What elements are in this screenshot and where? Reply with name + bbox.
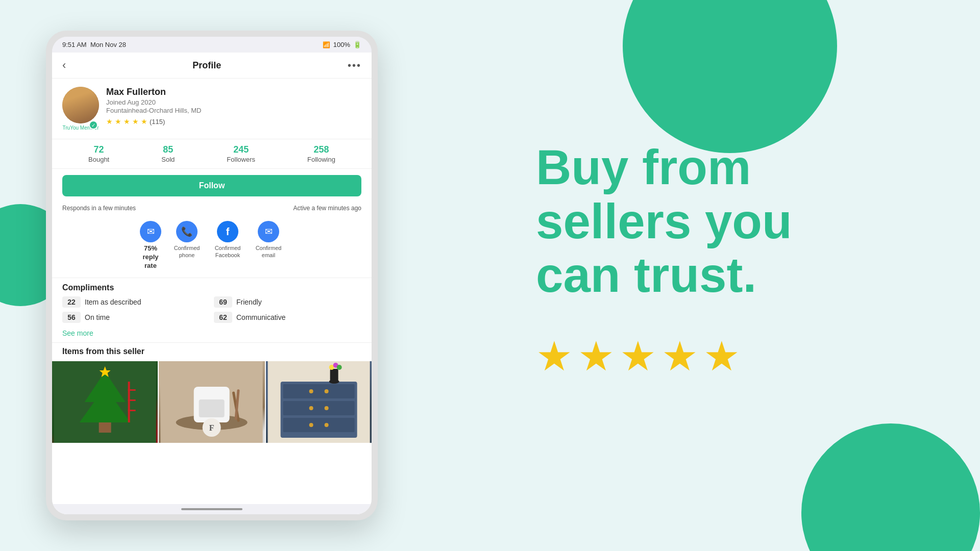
rating-star-4: ★	[132, 117, 139, 126]
back-button[interactable]: ‹	[62, 59, 66, 72]
items-grid: F	[52, 361, 372, 504]
stat-followers-label: Followers	[227, 156, 255, 163]
compliment-label-friendly: Friendly	[236, 298, 262, 306]
svg-point-26	[309, 423, 313, 427]
more-button[interactable]: •••	[348, 60, 361, 71]
avatar	[62, 87, 99, 123]
see-more-link[interactable]: See more	[52, 327, 372, 342]
profile-title: Profile	[192, 60, 221, 71]
stat-bought-label: Bought	[88, 156, 109, 163]
compliments-grid: 22 Item as described 69 Friendly 56 On t…	[52, 296, 372, 327]
star-5: ★	[703, 333, 740, 380]
stat-sold-label: Sold	[161, 156, 175, 163]
svg-point-22	[309, 389, 313, 393]
app-content: ‹ Profile ••• ✓ TruYou Member Max Fuller…	[52, 53, 372, 514]
stat-sold: 85 Sold	[161, 144, 175, 163]
item-thumb-xmas[interactable]	[52, 361, 158, 443]
rating-star-3: ★	[124, 117, 130, 126]
response-time: Responds in a few minutes	[62, 205, 136, 212]
stat-following: 258 Following	[307, 144, 335, 163]
avatar-image	[62, 87, 99, 123]
compliment-count-friendly: 69	[214, 296, 232, 308]
home-indicator	[52, 504, 372, 514]
tablet-inner: 9:51 AM Mon Nov 28 📶 100% 🔋 ‹ Profile ••…	[52, 37, 372, 514]
facebook-icon: f	[217, 221, 238, 242]
email-icon: ✉	[258, 221, 279, 242]
rating-row: ★ ★ ★ ★ ★ (115)	[106, 117, 361, 126]
compliment-item-ontime: 56 On time	[62, 312, 210, 323]
compliment-count-communicative: 62	[214, 312, 232, 323]
active-status: Active a few minutes ago	[293, 205, 361, 212]
battery-text: 100%	[333, 41, 350, 48]
profile-header: ‹ Profile •••	[52, 53, 372, 79]
tagline-line1: Buy from	[536, 140, 751, 194]
item-thumb-coffee[interactable]: F	[159, 361, 264, 443]
stat-followers-number: 245	[233, 144, 249, 155]
badge-reply-rate: ✉ 75%replyrate	[140, 221, 161, 270]
phone-label: Confirmed phone	[172, 244, 202, 259]
reply-rate-label: 75%replyrate	[142, 244, 158, 270]
user-name: Max Fullerton	[106, 87, 361, 97]
badge-phone: 📞 Confirmed phone	[172, 221, 202, 270]
star-1: ★	[536, 333, 573, 380]
stat-bought-number: 72	[94, 144, 104, 155]
compliments-title: Compliments	[52, 278, 372, 296]
response-row: Responds in a few minutes Active a few m…	[52, 203, 372, 217]
compliment-label-communicative: Communicative	[236, 313, 285, 321]
follow-button[interactable]: Follow	[62, 175, 361, 196]
compliment-count-ontime: 56	[62, 312, 81, 323]
svg-rect-21	[283, 418, 354, 432]
compliment-label-described: Item as described	[85, 298, 141, 306]
svg-rect-4	[128, 382, 130, 422]
trust-badges: ✉ 75%replyrate 📞 Confirmed phone f Confi…	[52, 217, 372, 278]
item-thumb-dresser[interactable]	[266, 361, 372, 443]
stat-sold-number: 85	[163, 144, 173, 155]
status-right: 📶 100% 🔋	[323, 41, 361, 48]
star-3: ★	[620, 333, 656, 380]
tagline-line2: sellers you	[536, 194, 792, 248]
tagline-line3: can trust.	[536, 247, 756, 302]
svg-rect-19	[283, 384, 354, 398]
items-title: Items from this seller	[52, 342, 372, 361]
stat-following-label: Following	[307, 156, 335, 163]
svg-point-25	[324, 406, 328, 410]
svg-rect-29	[330, 369, 338, 382]
right-panel: Buy from sellers you can trust. ★ ★ ★ ★ …	[444, 0, 980, 551]
svg-rect-12	[199, 399, 225, 417]
battery-icon: 🔋	[353, 41, 361, 48]
facebook-label: Confirmed Facebook	[212, 244, 243, 259]
verified-badge: ✓	[89, 120, 98, 130]
user-joined: Joined Aug 2020	[106, 98, 361, 106]
tablet-frame: 9:51 AM Mon Nov 28 📶 100% 🔋 ‹ Profile ••…	[46, 31, 378, 520]
email-label: Confirmed email	[253, 244, 284, 259]
rating-star-1: ★	[106, 117, 113, 126]
svg-rect-5	[128, 389, 136, 391]
user-location: Fountainhead-Orchard Hills, MD	[106, 107, 361, 114]
user-details: Max Fullerton Joined Aug 2020 Fountainhe…	[106, 87, 361, 126]
wifi-icon: 📶	[323, 41, 330, 48]
rating-count: (115)	[150, 118, 165, 126]
star-4: ★	[662, 333, 698, 380]
svg-point-32	[336, 365, 341, 370]
svg-rect-20	[283, 401, 354, 415]
user-info-row: ✓ TruYou Member Max Fullerton Joined Aug…	[52, 79, 372, 139]
rating-star-2: ★	[115, 117, 121, 126]
star-2: ★	[578, 333, 615, 380]
tagline: Buy from sellers you can trust.	[536, 140, 980, 302]
svg-point-27	[324, 423, 328, 427]
svg-text:F: F	[209, 423, 214, 432]
stats-row: 72 Bought 85 Sold 245 Followers 258 Foll…	[52, 139, 372, 169]
svg-point-24	[309, 406, 313, 410]
status-bar: 9:51 AM Mon Nov 28 📶 100% 🔋	[52, 37, 372, 53]
compliment-item-communicative: 62 Communicative	[214, 312, 361, 323]
avatar-wrapper: ✓ TruYou Member	[62, 87, 99, 131]
compliment-item-described: 22 Item as described	[62, 296, 210, 308]
home-bar	[181, 508, 242, 510]
compliment-label-ontime: On time	[85, 313, 110, 321]
svg-rect-3	[99, 422, 111, 433]
badge-facebook: f Confirmed Facebook	[212, 221, 243, 270]
svg-rect-6	[128, 399, 136, 401]
stat-followers: 245 Followers	[227, 144, 255, 163]
compliment-item-friendly: 69 Friendly	[214, 296, 361, 308]
stars-row: ★ ★ ★ ★ ★	[536, 333, 980, 380]
